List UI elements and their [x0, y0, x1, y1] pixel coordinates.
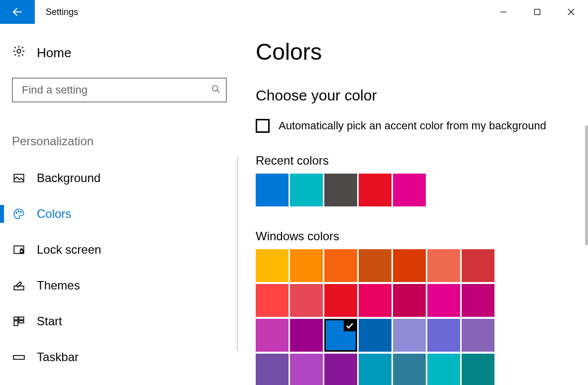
search-icon: [211, 84, 221, 96]
minimize-button[interactable]: [487, 0, 520, 24]
windows-color-swatch[interactable]: [359, 284, 392, 317]
windows-color-swatch[interactable]: [290, 354, 323, 385]
windows-color-swatch[interactable]: [324, 319, 357, 352]
svg-rect-17: [19, 321, 24, 323]
windows-color-swatch[interactable]: [462, 249, 494, 282]
recent-color-swatch[interactable]: [290, 174, 323, 206]
auto-pick-checkbox[interactable]: Automatically pick an accent color from …: [256, 119, 588, 133]
windows-colors-label: Windows colors: [256, 229, 588, 243]
svg-rect-1: [535, 9, 540, 15]
title-bar: Settings: [0, 0, 588, 24]
windows-color-swatch[interactable]: [393, 319, 426, 352]
sidebar-item-background[interactable]: Background: [12, 160, 244, 196]
svg-line-6: [217, 91, 220, 93]
windows-color-swatch[interactable]: [393, 284, 426, 317]
windows-color-swatch[interactable]: [324, 284, 357, 317]
svg-rect-14: [14, 317, 18, 319]
recent-color-swatch[interactable]: [256, 174, 289, 206]
search-input[interactable]: [21, 83, 211, 97]
recent-color-swatch[interactable]: [393, 174, 426, 206]
svg-point-5: [212, 86, 218, 91]
background-icon: [12, 172, 26, 185]
sidebar-item-label: Background: [37, 171, 100, 185]
windows-color-swatch[interactable]: [427, 284, 460, 317]
checkmark-icon: [344, 320, 356, 331]
sidebar-item-label: Colors: [37, 207, 71, 221]
recent-color-swatch[interactable]: [324, 174, 357, 206]
windows-color-swatch[interactable]: [462, 354, 494, 385]
themes-icon: [12, 279, 26, 292]
sidebar-item-themes[interactable]: Themes: [12, 268, 244, 303]
maximize-button[interactable]: [520, 0, 554, 24]
windows-color-swatch[interactable]: [393, 249, 426, 282]
sidebar-item-lockscreen[interactable]: Lock screen: [12, 232, 244, 268]
windows-color-swatch[interactable]: [256, 284, 289, 317]
sidebar-item-start[interactable]: Start: [12, 303, 244, 339]
svg-rect-12: [20, 250, 23, 253]
windows-color-swatch[interactable]: [359, 354, 392, 385]
start-icon: [12, 315, 26, 328]
windows-color-swatch[interactable]: [256, 319, 289, 352]
windows-color-swatch[interactable]: [256, 249, 289, 282]
scrollbar-thumb[interactable]: [585, 126, 588, 245]
svg-point-8: [16, 212, 17, 213]
content-area: Colors Choose your color Automatically p…: [244, 42, 588, 385]
windows-color-swatch[interactable]: [427, 319, 460, 352]
windows-color-swatch[interactable]: [324, 249, 357, 282]
sidebar-item-label: Start: [37, 314, 62, 328]
windows-color-swatch[interactable]: [359, 319, 392, 352]
colors-icon: [12, 207, 26, 220]
sidebar-item-label: Taskbar: [37, 350, 79, 364]
sidebar-section-label: Personalization: [12, 134, 244, 148]
windows-color-swatch[interactable]: [462, 319, 494, 352]
sidebar-divider: [237, 157, 238, 351]
svg-rect-18: [13, 356, 24, 360]
window-title: Settings: [35, 0, 78, 24]
scrollbar-track[interactable]: [585, 42, 588, 385]
sidebar: Home Personalization BackgroundColorsLoc…: [0, 42, 244, 385]
gear-icon: [12, 44, 26, 62]
lockscreen-icon: [12, 243, 26, 256]
windows-color-swatch[interactable]: [324, 354, 357, 385]
svg-point-10: [20, 211, 21, 212]
svg-rect-16: [14, 321, 18, 326]
recent-colors-label: Recent colors: [256, 154, 588, 168]
sidebar-item-label: Lock screen: [37, 243, 101, 257]
back-button[interactable]: [0, 0, 35, 24]
svg-rect-15: [19, 317, 24, 319]
windows-color-swatch[interactable]: [462, 284, 494, 317]
sidebar-item-colors[interactable]: Colors: [12, 196, 244, 232]
svg-point-4: [17, 49, 20, 53]
active-indicator: [0, 205, 4, 223]
sidebar-item-taskbar[interactable]: Taskbar: [12, 339, 244, 375]
home-label: Home: [37, 45, 71, 61]
windows-color-swatch[interactable]: [290, 284, 323, 317]
windows-color-swatch[interactable]: [427, 249, 460, 282]
svg-point-9: [18, 211, 19, 212]
windows-color-swatch[interactable]: [359, 249, 392, 282]
sidebar-item-label: Themes: [37, 279, 80, 292]
search-box[interactable]: [12, 78, 227, 102]
recent-colors-row: [256, 174, 529, 208]
recent-color-swatch[interactable]: [359, 174, 392, 206]
windows-color-swatch[interactable]: [290, 319, 323, 352]
close-button[interactable]: [554, 0, 588, 24]
windows-colors-grid: [256, 249, 529, 385]
page-subtitle: Choose your color: [256, 87, 588, 104]
taskbar-icon: [12, 351, 26, 364]
windows-color-swatch[interactable]: [427, 354, 460, 385]
windows-color-swatch[interactable]: [290, 249, 323, 282]
windows-color-swatch[interactable]: [256, 354, 289, 385]
checkbox-box: [256, 119, 270, 133]
auto-pick-label: Automatically pick an accent color from …: [279, 119, 546, 132]
home-button[interactable]: Home: [12, 42, 244, 71]
windows-color-swatch[interactable]: [393, 354, 426, 385]
page-title: Colors: [256, 38, 588, 65]
